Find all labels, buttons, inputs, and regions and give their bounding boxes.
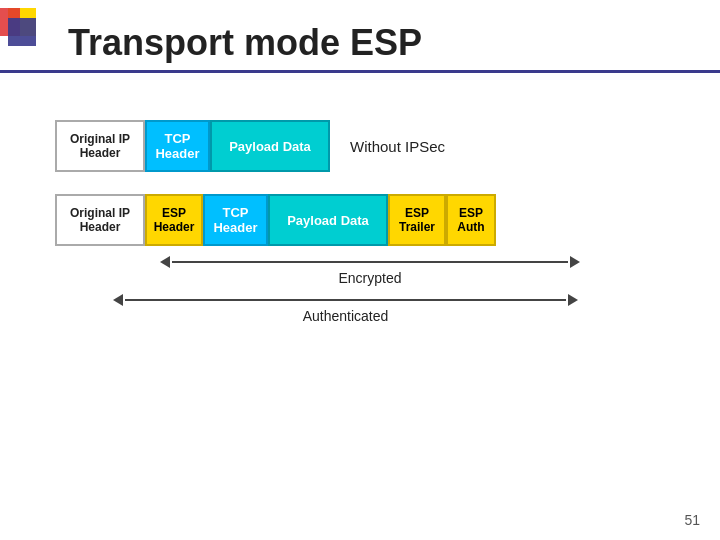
authenticated-arrow-row (113, 294, 578, 306)
row-without-ipsec: Original IP Header TCP Header Payload Da… (55, 120, 690, 172)
row-with-ipsec: Original IP Header ESP Header TCP Header… (55, 194, 690, 246)
payload-data-box-1: Payload Data (210, 120, 330, 172)
corner-decoration (0, 0, 60, 60)
authenticated-arrow-line (125, 299, 566, 301)
blue-square (8, 18, 36, 46)
tcp-header-box-1: TCP Header (145, 120, 210, 172)
authenticated-arrow-right-head (568, 294, 578, 306)
encrypted-arrow-left-head (160, 256, 170, 268)
original-ip-header-box-1: Original IP Header (55, 120, 145, 172)
payload-data-box-2: Payload Data (268, 194, 388, 246)
page-number: 51 (684, 512, 700, 528)
encrypted-arrow-line (172, 261, 568, 263)
encrypted-arrow-right-head (570, 256, 580, 268)
without-ipsec-label: Without IPSec (350, 138, 445, 155)
authenticated-arrow-left-head (113, 294, 123, 306)
esp-trailer-box: ESP Trailer (388, 194, 446, 246)
authenticated-section: Authenticated (55, 294, 690, 324)
encrypted-arrow-container: Encrypted (160, 256, 580, 286)
title-underline (0, 70, 720, 73)
authenticated-label: Authenticated (303, 308, 389, 324)
content-area: Original IP Header TCP Header Payload Da… (55, 90, 690, 324)
tcp-header-box-2: TCP Header (203, 194, 268, 246)
esp-header-box: ESP Header (145, 194, 203, 246)
authenticated-arrow-container: Authenticated (113, 294, 578, 324)
original-ip-header-box-2: Original IP Header (55, 194, 145, 246)
esp-auth-box: ESP Auth (446, 194, 496, 246)
encrypted-section: Encrypted (55, 256, 690, 286)
page-title: Transport mode ESP (68, 22, 422, 64)
encrypted-label: Encrypted (338, 270, 401, 286)
encrypted-arrow-row (160, 256, 580, 268)
